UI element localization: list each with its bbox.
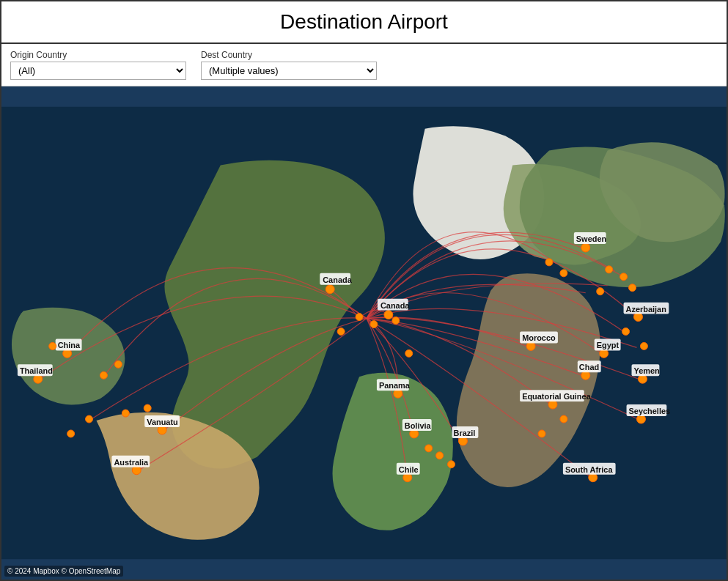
- origin-select[interactable]: (All): [10, 62, 186, 80]
- page-title: Destination Airport: [1, 1, 727, 44]
- airport-dot-af1: [560, 415, 567, 423]
- label-equatorial-guinea: Equatorial Guinea: [522, 392, 592, 401]
- airport-dot-eu3: [597, 288, 604, 295]
- filter-bar: Origin Country (All) Dest Country (Multi…: [1, 44, 727, 86]
- map-container: Canada Canada Sweden Az: [1, 86, 727, 580]
- attribution: © 2024 Mapbox © OpenStreetMap: [4, 566, 123, 577]
- airport-dot-as2: [114, 360, 122, 368]
- label-vanuatu: Vanuatu: [147, 418, 178, 426]
- dest-label: Dest Country: [201, 50, 377, 60]
- airport-dot-sa2: [425, 445, 433, 452]
- airport-dot-sa1: [436, 452, 444, 459]
- airport-dot-hub1: [356, 314, 363, 321]
- label-chile: Chile: [399, 465, 419, 474]
- label-seychelles: Seychelles: [629, 407, 671, 415]
- airport-dot-sa3: [448, 461, 455, 468]
- label-china: China: [58, 341, 81, 349]
- airport-dot-me2: [640, 342, 647, 349]
- airport-dot-pac4: [122, 410, 129, 417]
- airport-dot-eu1: [545, 259, 553, 266]
- airport-dot-na1: [337, 328, 345, 336]
- label-azerbaijan: Azerbaijan: [626, 305, 666, 314]
- label-canada2: Canada: [380, 301, 410, 310]
- airport-dot-canada1: [326, 285, 334, 294]
- page-container: Destination Airport Origin Country (All)…: [0, 0, 728, 581]
- origin-label: Origin Country: [10, 50, 186, 60]
- map-svg: Canada Canada Sweden Az: [1, 86, 727, 580]
- airport-dot-eu5: [620, 273, 628, 281]
- airport-dot-eu6: [629, 284, 636, 292]
- label-panama: Panama: [379, 381, 411, 390]
- label-brazil: Brazil: [454, 429, 476, 437]
- airport-dot-af2: [538, 430, 545, 437]
- label-sweden: Sweden: [576, 234, 606, 243]
- label-south-africa: South Africa: [565, 465, 614, 474]
- airport-dot-na2: [405, 349, 413, 357]
- airport-dot-pac2: [67, 430, 75, 437]
- label-egypt: Egypt: [597, 341, 619, 349]
- airport-dot-sweden: [581, 243, 590, 252]
- airport-dot-as1: [100, 371, 107, 379]
- airport-dot-hub3: [392, 317, 400, 325]
- label-thailand: Thailand: [20, 366, 53, 375]
- dest-select[interactable]: (Multiple values): [201, 62, 377, 80]
- airport-dot-canada2: [384, 311, 393, 319]
- dest-filter-group: Dest Country (Multiple values): [201, 50, 377, 80]
- label-yemen: Yemen: [634, 366, 660, 375]
- airport-dot-eu4: [606, 266, 613, 273]
- airport-dot-eu2: [560, 270, 567, 277]
- label-australia: Australia: [114, 458, 149, 467]
- label-bolivia: Bolivia: [405, 421, 432, 430]
- airport-dot-pac1: [86, 415, 93, 423]
- label-morocco: Morocco: [522, 333, 556, 342]
- label-canada1: Canada: [323, 275, 352, 284]
- label-chad: Chad: [579, 363, 599, 371]
- airport-dot-as3: [49, 342, 56, 349]
- airport-dot-pac3: [144, 404, 151, 412]
- origin-filter-group: Origin Country (All): [10, 50, 186, 80]
- airport-dot-hub2: [370, 321, 378, 328]
- airport-dot-me1: [622, 328, 630, 336]
